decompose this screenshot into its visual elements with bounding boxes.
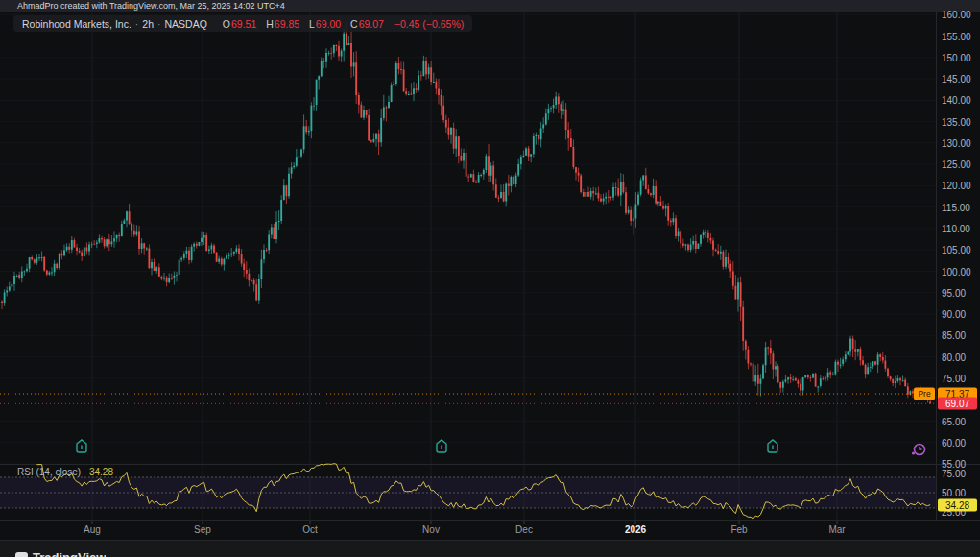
earnings-marker-icon[interactable] <box>77 440 86 452</box>
tradingview-logo-icon <box>15 552 28 557</box>
open-label: O <box>223 18 230 30</box>
high-value: 69.85 <box>275 18 299 30</box>
price-axis-label: 100.00 <box>942 266 971 277</box>
up-candle-bodies <box>5 34 923 398</box>
price-axis-label: 125.00 <box>942 159 971 170</box>
time-axis-label: Nov <box>422 524 440 535</box>
close-value: 69.07 <box>359 18 384 30</box>
down-candle-bodies <box>2 34 930 404</box>
tradingview-logo[interactable]: TradingView <box>15 550 106 557</box>
price-axis-label: 90.00 <box>942 309 966 320</box>
rsi-axis-label: 75.00 <box>942 469 966 479</box>
time-axis-label: Aug <box>84 524 101 535</box>
upcoming-earnings-clock-icon[interactable] <box>912 445 925 455</box>
price-axis-label: 155.00 <box>942 31 971 41</box>
legend-separator: · <box>135 18 139 30</box>
time-axis-label: Oct <box>302 524 318 535</box>
rsi-legend[interactable]: RSI (14, close) 34.28 <box>17 467 113 477</box>
price-axis-label: 110.00 <box>942 224 970 234</box>
earnings-marker-icon[interactable] <box>437 440 446 452</box>
rsi-label: RSI (14, close) <box>17 467 81 477</box>
price-axis-label: 140.00 <box>942 95 971 106</box>
price-chart-canvas[interactable] <box>0 0 980 557</box>
price-axis-label: 120.00 <box>942 181 971 191</box>
price-axis-label: 75.00 <box>942 373 966 383</box>
price-axis-label: 60.00 <box>942 437 966 448</box>
tradingview-logo-text: TradingView <box>33 550 106 557</box>
open-value: 69.51 <box>231 18 256 30</box>
price-axis-label: 160.00 <box>942 10 971 20</box>
price-axis-label: 145.00 <box>942 74 971 85</box>
rsi-value: 34.28 <box>89 467 113 477</box>
price-axis-label: 150.00 <box>942 52 971 62</box>
bottom-strip <box>0 540 980 557</box>
price-axis-label: 135.00 <box>942 116 971 127</box>
up-candle-wicks <box>5 29 923 400</box>
time-axis-label: Mar <box>828 524 845 535</box>
price-axis-label: 95.00 <box>942 287 966 298</box>
horizontal-gridlines <box>0 14 936 464</box>
legend-separator: · <box>157 18 161 30</box>
rsi-axis-label: 50.00 <box>942 488 966 498</box>
premarket-tag-badge: Pre <box>914 388 935 400</box>
time-axis-label: 2026 <box>625 524 646 535</box>
low-value: 69.00 <box>316 18 341 30</box>
ohlc-readout: O69.51 H69.85 L69.00 C69.07 −0.45 (−0.65… <box>216 18 464 30</box>
low-label: L <box>309 18 315 30</box>
time-axis-label: Sep <box>194 524 211 535</box>
price-axis-label: 80.00 <box>942 351 966 362</box>
time-axis-label: Feb <box>730 524 747 535</box>
tradingview-chart-window: AhmadPro created with TradingView.com, M… <box>0 0 980 557</box>
symbol-legend[interactable]: Robinhood Markets, Inc. · 2h · NASDAQ O6… <box>13 15 472 32</box>
symbol-title: Robinhood Markets, Inc. <box>22 18 131 30</box>
price-axis-label: 105.00 <box>942 245 971 255</box>
price-axis-label: 65.00 <box>942 416 966 426</box>
exchange-name: NASDAQ <box>165 18 207 30</box>
last-price-badge: 69.07 <box>938 398 977 410</box>
close-label: C <box>350 18 358 30</box>
high-label: H <box>266 18 274 30</box>
price-axis-label: 130.00 <box>942 137 971 148</box>
price-axis-label: 85.00 <box>942 330 966 341</box>
price-axis-label: 115.00 <box>942 202 970 212</box>
chart-interval: 2h <box>142 18 154 30</box>
time-axis-label: Dec <box>515 524 533 535</box>
earnings-marker-icon[interactable] <box>768 440 777 452</box>
rsi-value-badge: 34.28 <box>938 498 977 511</box>
change-value: −0.45 (−0.65%) <box>394 18 464 30</box>
